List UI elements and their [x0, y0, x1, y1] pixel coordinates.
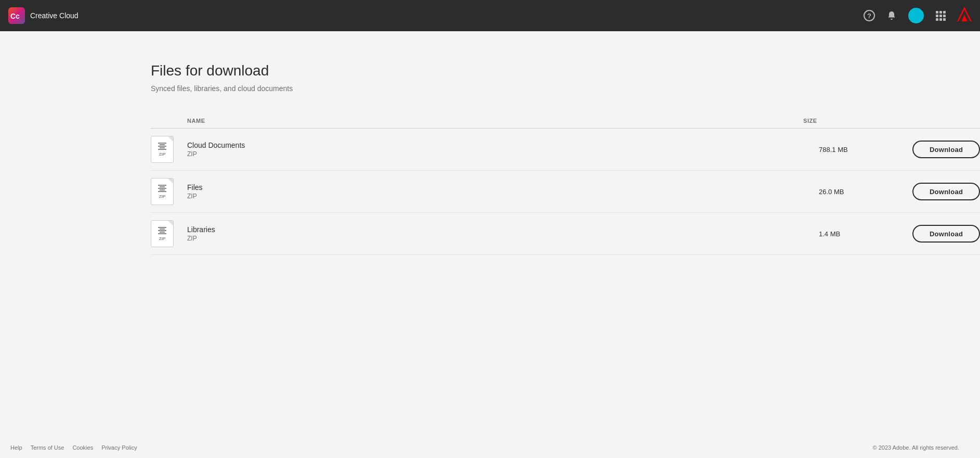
file-size-1: 26.0 MB: [819, 188, 912, 196]
file-icon-wrapper-2: ZIP: [151, 220, 187, 247]
svg-text:Cc: Cc: [10, 12, 20, 20]
footer-copyright: © 2023 Adobe. All rights reserved.: [873, 444, 970, 451]
file-type-0: ZIP: [187, 150, 819, 158]
apps-grid-icon[interactable]: [933, 8, 948, 23]
main-content: Files for download Synced files, librari…: [0, 31, 980, 437]
file-list: ZIP Cloud Documents ZIP 788.1 MB Downloa…: [151, 129, 980, 255]
file-name-0: Cloud Documents: [187, 141, 819, 149]
file-info-0: Cloud Documents ZIP: [187, 141, 819, 158]
header-right: ?: [864, 7, 972, 24]
file-info-1: Files ZIP: [187, 183, 819, 200]
file-icon-wrapper-1: ZIP: [151, 178, 187, 205]
adobe-logo-icon: [957, 7, 972, 24]
file-size-2: 1.4 MB: [819, 230, 912, 238]
page-title: Files for download: [151, 62, 980, 79]
table-row: ZIP Files ZIP 26.0 MB Download: [151, 171, 980, 213]
file-name-1: Files: [187, 183, 819, 192]
download-button-1[interactable]: Download: [912, 183, 980, 200]
file-type-1: ZIP: [187, 193, 819, 200]
cc-logo-icon: Cc: [8, 7, 25, 24]
file-info-2: Libraries ZIP: [187, 225, 819, 242]
table-header: NAME SIZE: [151, 113, 980, 129]
table-row: ZIP Libraries ZIP 1.4 MB Download: [151, 213, 980, 255]
zip-file-icon-2: ZIP: [151, 220, 174, 247]
download-button-2[interactable]: Download: [912, 225, 980, 243]
column-name-header: NAME: [151, 118, 803, 124]
help-icon[interactable]: ?: [864, 10, 875, 21]
footer-terms-link[interactable]: Terms of Use: [31, 444, 64, 451]
header-left: Cc Creative Cloud: [8, 7, 79, 24]
column-size-header: SIZE: [803, 118, 897, 124]
file-type-2: ZIP: [187, 235, 819, 242]
user-avatar[interactable]: [908, 8, 924, 23]
file-icon-wrapper-0: ZIP: [151, 136, 187, 163]
app-header: Cc Creative Cloud ?: [0, 0, 980, 31]
header-app-title: Creative Cloud: [30, 11, 79, 20]
table-row: ZIP Cloud Documents ZIP 788.1 MB Downloa…: [151, 129, 980, 171]
file-size-0: 788.1 MB: [819, 146, 912, 154]
zip-file-icon-1: ZIP: [151, 178, 174, 205]
zip-file-icon-0: ZIP: [151, 136, 174, 163]
footer-help-link[interactable]: Help: [10, 444, 22, 451]
file-name-2: Libraries: [187, 225, 819, 234]
footer: Help Terms of Use Cookies Privacy Policy…: [0, 437, 980, 458]
page-subtitle: Synced files, libraries, and cloud docum…: [151, 84, 980, 93]
notifications-icon[interactable]: [884, 8, 899, 23]
download-button-0[interactable]: Download: [912, 141, 980, 158]
footer-cookies-link[interactable]: Cookies: [72, 444, 93, 451]
column-action-header: [897, 118, 980, 124]
footer-privacy-link[interactable]: Privacy Policy: [101, 444, 137, 451]
